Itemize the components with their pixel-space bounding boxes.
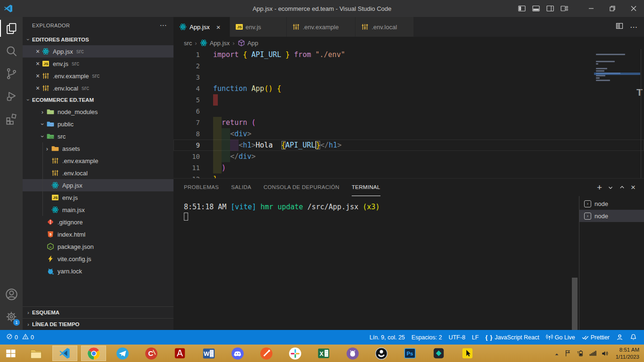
code-line-8[interactable]: 8 <div> [173,128,644,140]
status-indentation[interactable]: Espacios: 2 [408,334,446,341]
taskbar-vscode[interactable] [50,345,79,362]
code-line-1[interactable]: 1import { API_URL } from "./env" [173,49,644,60]
activity-item-source-control[interactable] [0,62,23,85]
tree-item-public[interactable]: ›public [23,118,173,130]
code-line-2[interactable]: 2 [173,60,644,72]
toggle-secondary-sidebar-icon[interactable] [546,5,554,12]
activity-item-run-debug[interactable] [0,85,23,107]
tree-item-node-modules[interactable]: ›node_modules [23,106,173,118]
tab-env-js[interactable]: JSenv.js× [230,17,287,37]
taskbar-file-explorer[interactable] [22,345,50,362]
tree-item-vite-config-js[interactable]: vite.config.js [23,253,173,265]
close-icon[interactable]: × [34,84,41,92]
close-button[interactable] [623,0,644,17]
taskbar-word[interactable]: W [194,345,223,362]
tree-item--env-example[interactable]: .env.example [23,155,173,167]
open-editor-item[interactable]: ×.env.localsrc [23,82,173,94]
breadcrumb-item[interactable]: App.jsx [200,39,230,47]
tab--env-local[interactable]: .env.local× [355,17,414,37]
status-language-mode[interactable]: { }JavaScript React [482,334,542,341]
new-terminal-icon[interactable]: + [597,182,602,193]
taskbar-acrobat[interactable] [165,345,194,362]
terminal-output[interactable]: 8:51:18 AM [vite] hmr update /src/App.js… [173,196,579,330]
tree-item-assets[interactable]: ›assets [23,142,173,155]
taskbar-photoshop[interactable]: Ps [396,345,424,362]
close-panel-icon[interactable]: × [631,183,636,192]
code-line-4[interactable]: 4function App() { [173,83,644,94]
taskbar-chrome[interactable] [79,345,108,362]
split-editor-icon[interactable] [616,22,623,32]
status-eol[interactable]: LF [469,334,482,341]
status-notifications[interactable] [627,334,640,341]
code-line-12[interactable]: 12} [173,173,644,178]
toggle-sidebar-icon[interactable] [518,5,526,12]
tree-item-index-html[interactable]: 5index.html [23,228,173,240]
code-line-6[interactable]: 6 [173,106,644,117]
activity-item-explorer[interactable] [0,17,23,40]
customize-layout-icon[interactable] [561,5,568,12]
taskbar-filmora[interactable] [424,345,453,362]
panel-tab-salida[interactable]: SALIDA [231,179,251,196]
tree-item--env-local[interactable]: .env.local [23,167,173,179]
panel-tab-problemas[interactable]: PROBLEMAS [184,179,219,196]
open-editors-section-header[interactable]: › EDITORES ABIERTOS [23,34,173,45]
code-line-10[interactable]: 10 </div> [173,151,644,162]
taskbar-ccleaner[interactable]: C [137,345,165,362]
tree-item-main-jsx[interactable]: main.jsx [23,204,173,216]
tray-volume[interactable] [601,349,610,358]
explorer-more-actions-icon[interactable]: ⋯ [160,21,167,30]
code-editor[interactable]: 1import { API_URL } from "./env"234funct… [173,49,644,178]
panel-tab-terminal[interactable]: TERMINAL [352,179,380,196]
code-line-5[interactable]: 5 [173,94,644,106]
taskbar-start[interactable] [0,345,22,362]
section-l-nea-de-tiempo[interactable]: ›LÍNEA DE TIEMPO [23,318,173,330]
taskbar-discord[interactable] [223,345,252,362]
terminal-dropdown-icon[interactable] [608,185,613,190]
close-icon[interactable]: × [34,60,41,67]
activity-item-search[interactable] [0,40,23,62]
code-line-11[interactable]: 11 ) [173,162,644,173]
close-icon[interactable]: × [216,23,221,31]
activity-item-settings[interactable]: 1 [0,305,23,328]
tray-action-center[interactable] [564,349,572,357]
tree-item-package-json[interactable]: jspackage.json [23,240,173,253]
status-cursor-position[interactable]: Lín. 9, col. 25 [366,334,408,341]
section-esquema[interactable]: ›ESQUEMA [23,306,173,318]
panel-tab-consola-de-depuraci-n[interactable]: CONSOLA DE DEPURACIÓN [264,179,339,196]
tab-app-jsx[interactable]: App.jsx× [173,17,230,37]
tree-item-yarn-lock[interactable]: yarn.lock [23,265,173,277]
taskbar-obs[interactable] [367,345,396,362]
tab--env-example[interactable]: .env.example× [287,17,355,37]
taskbar-pointer-app[interactable] [453,345,482,362]
tree-item--gitignore[interactable]: .gitignore [23,216,173,228]
taskbar-clock[interactable]: 8:51 AM 1/11/2023 [616,346,639,361]
minimap[interactable] [596,54,637,82]
open-editor-item[interactable]: ×App.jsxsrc [23,45,173,58]
tree-item-env-js[interactable]: JSenv.js [23,191,173,204]
taskbar-excel[interactable]: X [309,345,338,362]
open-editor-item[interactable]: ×.env.examplesrc [23,70,173,82]
scrollbar-thumb[interactable] [572,278,578,330]
tray-battery[interactable] [577,349,585,357]
status-prettier[interactable]: Prettier [578,334,613,341]
terminal-instance[interactable]: ›node [579,197,644,210]
status-feedback[interactable] [613,334,627,341]
toggle-panel-icon[interactable] [532,5,540,12]
breadcrumb-item[interactable]: src [184,40,192,47]
minimize-button[interactable] [580,0,602,17]
close-icon[interactable]: × [34,72,41,80]
activity-item-account[interactable] [0,283,23,305]
breadcrumb-item[interactable]: App [238,39,258,47]
tray-show-hidden-icons[interactable] [553,350,560,357]
restore-button[interactable] [602,0,623,17]
tray-network[interactable] [589,349,597,357]
open-editor-item[interactable]: ×JSenv.jssrc [23,58,173,70]
taskbar-telegram[interactable] [108,345,137,362]
editor-more-actions-icon[interactable]: ⋯ [630,23,637,32]
close-icon[interactable]: × [34,48,41,55]
tree-item-src[interactable]: ›</>src [23,130,173,142]
project-section-header[interactable]: › ECOMMERCE ED.TEAM [23,94,173,106]
code-line-7[interactable]: 7 return ( [173,117,644,128]
code-line-9[interactable]: 9 <h1>Hola {API_URL}</h1> [173,140,644,151]
maximize-panel-icon[interactable] [619,184,625,190]
